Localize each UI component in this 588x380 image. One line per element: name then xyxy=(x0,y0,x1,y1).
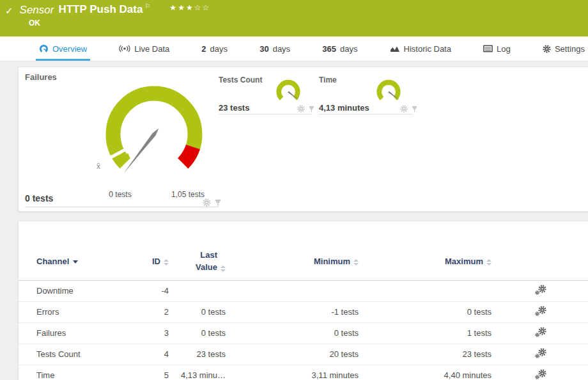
sort-desc-icon xyxy=(73,260,78,264)
tab-label: Live Data xyxy=(134,44,169,54)
minimum-cell xyxy=(226,280,359,301)
mini-gauge-title-tests-count: Tests Count xyxy=(219,75,262,84)
sensor-title: HTTP Push Data xyxy=(58,3,143,16)
pin-icon[interactable] xyxy=(412,106,417,113)
tab-label: Historic Data xyxy=(404,44,451,54)
time-gauge[interactable] xyxy=(372,77,405,106)
gauge-settings-gear-icon[interactable] xyxy=(297,105,305,113)
maximum-cell: 23 tests xyxy=(359,344,491,365)
mini-gauge-title-time: Time xyxy=(319,75,337,84)
channel-actions-cell xyxy=(491,280,588,301)
tab-label: days xyxy=(273,44,290,54)
broadcast-icon xyxy=(119,45,130,52)
star-filled-icon[interactable]: ★ xyxy=(169,3,178,12)
header-last-value[interactable]: Last Value xyxy=(169,242,226,280)
maximum-cell: 1 tests xyxy=(359,322,491,344)
channel-actions-cell xyxy=(491,365,588,380)
header-maximum[interactable]: Maximum xyxy=(359,242,491,280)
star-filled-icon[interactable]: ★ xyxy=(186,3,194,12)
gauge-scale-min: 0 tests xyxy=(101,190,139,199)
channel-id-cell: 3 xyxy=(130,322,169,344)
average-marker: x̄ xyxy=(97,162,100,171)
favorite-flag-icon[interactable]: ⚐ xyxy=(144,3,150,10)
channel-table: Channel ID Last Value Minimum Maximum Do… xyxy=(19,242,588,380)
header-label: ID xyxy=(152,257,160,266)
priority-stars[interactable]: ★★★☆☆ xyxy=(169,3,210,12)
channel-actions-cell xyxy=(491,344,588,365)
pin-icon[interactable] xyxy=(309,106,314,113)
primary-gauge-title: Failures xyxy=(25,72,57,82)
gauge-scale-max: 1,05 tests xyxy=(169,190,207,199)
minimum-cell: -1 tests xyxy=(226,301,359,322)
channel-name-cell: Tests Count xyxy=(19,344,130,365)
last-value-cell xyxy=(169,280,226,301)
tab-number: 2 xyxy=(201,44,206,54)
divider xyxy=(25,207,219,207)
sort-icon xyxy=(164,259,169,265)
last-value-cell: 0 tests xyxy=(169,322,226,344)
channel-id-cell: 2 xyxy=(130,301,169,322)
failures-gauge[interactable] xyxy=(90,74,218,195)
tab-live-data[interactable]: Live Data xyxy=(116,36,173,61)
log-list-icon xyxy=(483,45,493,52)
minimum-cell: 20 tests xyxy=(226,344,359,365)
star-empty-icon[interactable]: ☆ xyxy=(194,3,203,12)
tab-settings[interactable]: Settings xyxy=(539,36,588,61)
table-row: Failures 3 0 tests 0 tests 1 tests xyxy=(19,322,588,344)
tab-number: 30 xyxy=(259,44,268,54)
maximum-cell: 4,40 minutes xyxy=(359,365,491,380)
header-minimum[interactable]: Minimum xyxy=(226,242,359,280)
mini-gauge-value-tests-count: 23 tests xyxy=(219,103,249,113)
star-empty-icon[interactable]: ☆ xyxy=(202,3,210,12)
channel-settings-gears-icon[interactable] xyxy=(535,285,546,295)
header-channel[interactable]: Channel xyxy=(19,242,130,280)
channel-settings-gears-icon[interactable] xyxy=(535,306,546,316)
sort-icon xyxy=(353,259,359,265)
tab-label: days xyxy=(210,44,228,54)
channel-id-cell: 5 xyxy=(130,365,169,380)
gauge-settings-gear-icon[interactable] xyxy=(203,198,211,207)
gauge-settings-gear-icon[interactable] xyxy=(400,105,408,113)
last-value-cell: 0 tests xyxy=(169,301,226,322)
primary-gauge-current-value: 0 tests xyxy=(25,193,53,203)
sort-icon xyxy=(486,259,491,265)
mini-gauge-value-time: 4,13 minutes xyxy=(319,103,369,113)
channel-name-cell: Time xyxy=(19,365,130,380)
header-actions xyxy=(491,242,588,280)
overview-gauges-panel: Failures x̄ 0 tests 1,05 tests 0 tests T… xyxy=(18,67,588,212)
last-value-cell: 4,13 minu… xyxy=(169,365,226,380)
table-row: Errors 2 0 tests -1 tests 0 tests xyxy=(19,301,588,322)
header-label: Minimum xyxy=(314,257,350,266)
tab-30-days[interactable]: 30 days xyxy=(256,36,293,61)
sort-icon xyxy=(220,265,226,272)
channel-settings-gears-icon[interactable] xyxy=(535,369,546,379)
channel-table-body: Downtime -4 Errors 2 0 tests -1 tests 0 … xyxy=(19,280,588,380)
minimum-cell: 0 tests xyxy=(226,322,359,344)
tab-historic-data[interactable]: Historic Data xyxy=(387,36,454,61)
object-kind-label: Sensor xyxy=(20,4,54,17)
channel-actions-cell xyxy=(491,322,588,344)
pin-icon[interactable] xyxy=(215,199,221,207)
gauge-icon xyxy=(39,44,49,53)
tab-label: Overview xyxy=(52,44,87,54)
channel-settings-gears-icon[interactable] xyxy=(535,327,546,337)
channel-actions-cell xyxy=(491,301,588,322)
tab-label: days xyxy=(340,44,357,54)
tab-label: Log xyxy=(497,44,511,54)
channel-settings-gears-icon[interactable] xyxy=(535,348,546,358)
tab-log[interactable]: Log xyxy=(480,36,514,61)
star-filled-icon[interactable]: ★ xyxy=(178,3,186,12)
tab-bar: Overview Live Data 2 days 30 days 365 da… xyxy=(0,36,588,61)
maximum-cell xyxy=(359,280,491,301)
tab-overview[interactable]: Overview xyxy=(36,36,90,61)
sensor-header-bar: ✓ Sensor HTTP Push Data ⚐ ★★★☆☆ OK xyxy=(0,0,588,36)
table-row: Tests Count 4 23 tests 20 tests 23 tests xyxy=(19,344,588,365)
tab-365-days[interactable]: 365 days xyxy=(319,36,360,61)
header-label: Maximum xyxy=(445,257,483,266)
status-ok-check-icon: ✓ xyxy=(5,5,13,17)
header-id[interactable]: ID xyxy=(130,242,169,280)
table-row: Time 5 4,13 minu… 3,11 minutes 4,40 minu… xyxy=(19,365,588,380)
tab-2-days[interactable]: 2 days xyxy=(198,36,231,61)
tests-count-gauge[interactable] xyxy=(272,77,305,106)
channel-id-cell: 4 xyxy=(130,344,169,365)
